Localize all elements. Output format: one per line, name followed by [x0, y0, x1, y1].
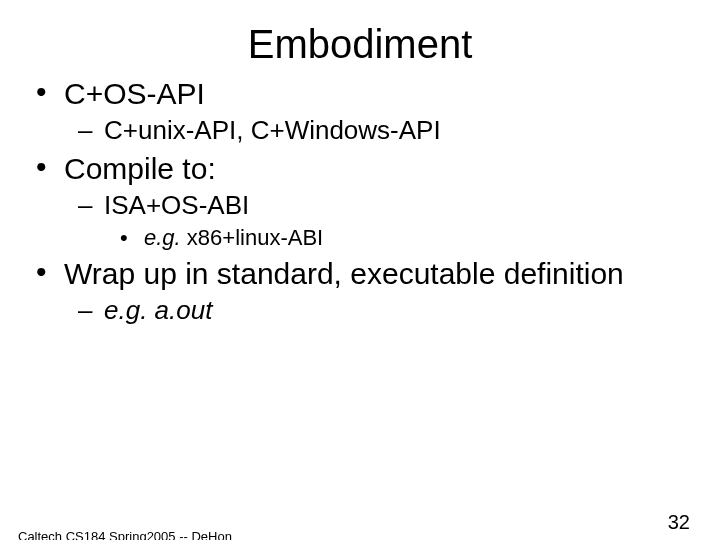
bullet-a-out: e.g. a.out — [78, 295, 690, 326]
sub-list: ISA+OS-ABI e.g. x86+linux-ABI — [64, 190, 690, 251]
slide: Embodiment C+OS-API C+unix-API, C+Window… — [0, 22, 720, 540]
slide-content: C+OS-API C+unix-API, C+Windows-API Compi… — [36, 77, 690, 326]
bullet-text: ISA+OS-ABI — [104, 190, 249, 220]
bullet-text: a.out — [147, 295, 212, 325]
bullet-wrap-up: Wrap up in standard, executable definiti… — [36, 257, 690, 326]
eg-prefix: e.g. — [144, 225, 181, 250]
bullet-c-os-api: C+OS-API C+unix-API, C+Windows-API — [36, 77, 690, 146]
bullet-isa-os-abi: ISA+OS-ABI e.g. x86+linux-ABI — [78, 190, 690, 251]
sub-list: C+unix-API, C+Windows-API — [64, 115, 690, 146]
sub-sub-list: e.g. x86+linux-ABI — [104, 225, 690, 251]
bullet-list: C+OS-API C+unix-API, C+Windows-API Compi… — [36, 77, 690, 326]
page-number: 32 — [668, 511, 690, 534]
bullet-text: Compile to: — [64, 152, 216, 185]
bullet-text: C+unix-API, C+Windows-API — [104, 115, 441, 145]
sub-list: e.g. a.out — [64, 295, 690, 326]
bullet-x86-linux-abi: e.g. x86+linux-ABI — [120, 225, 690, 251]
bullet-c-unix-windows: C+unix-API, C+Windows-API — [78, 115, 690, 146]
bullet-compile-to: Compile to: ISA+OS-ABI e.g. x86+linux-AB… — [36, 152, 690, 251]
bullet-text: Wrap up in standard, executable definiti… — [64, 257, 624, 290]
slide-title: Embodiment — [0, 22, 720, 67]
bullet-text: x86+linux-ABI — [181, 225, 323, 250]
bullet-text: C+OS-API — [64, 77, 205, 110]
footer-course: Caltech CS184 Spring2005 -- DeHon — [18, 529, 232, 540]
eg-prefix: e.g. — [104, 295, 147, 325]
